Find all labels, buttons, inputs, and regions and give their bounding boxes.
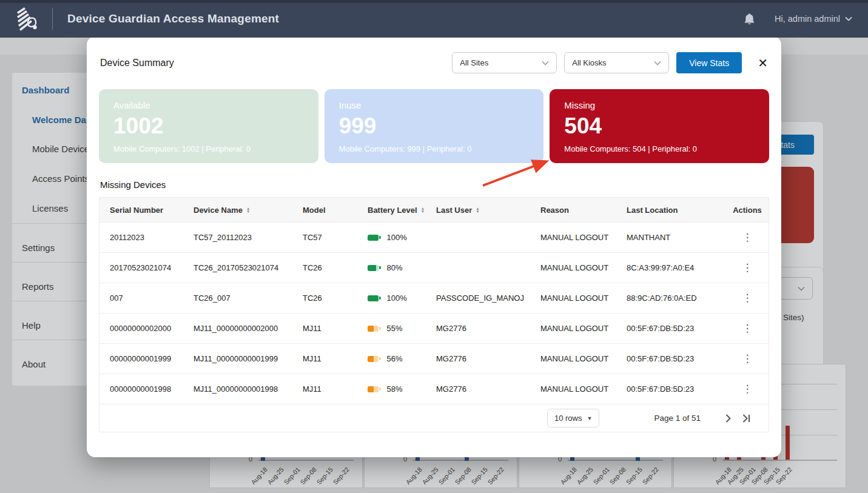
kebab-menu-icon[interactable]: ⋮ — [742, 383, 753, 395]
battery-icon — [368, 386, 381, 392]
summary-card-inuse[interactable]: Inuse999Mobile Computers: 999 | Peripher… — [325, 89, 544, 163]
battery-percent: 58% — [387, 384, 403, 394]
reason-cell: MANUAL LOGOUT — [540, 233, 627, 242]
kebab-menu-icon[interactable]: ⋮ — [742, 261, 753, 274]
column-label: Model — [303, 206, 326, 215]
actions-cell: ⋮ — [726, 231, 769, 244]
column-label: Last Location — [627, 206, 678, 215]
device-summary-modal: Device Summary All Sites All Kiosks View… — [87, 36, 781, 457]
kebab-menu-icon[interactable]: ⋮ — [742, 292, 753, 304]
column-header-model: Model — [303, 206, 368, 215]
kebab-menu-icon[interactable]: ⋮ — [742, 352, 753, 365]
column-label: Battery Level — [368, 206, 417, 215]
card-label: Inuse — [339, 100, 530, 110]
battery-percent: 80% — [387, 263, 403, 272]
battery-percent: 56% — [387, 354, 403, 363]
missing-devices-table: Serial NumberDevice Name▲▼ModelBattery L… — [99, 197, 769, 432]
model-cell: TC26 — [303, 263, 368, 272]
view-stats-button[interactable]: View Stats — [676, 52, 742, 73]
last-location-cell: 00:5F:67:DB:5D:23 — [627, 324, 726, 333]
device-name-cell: MJ11_00000000001998 — [193, 384, 303, 394]
modal-title: Device Summary — [100, 58, 174, 69]
missing-devices-title: Missing Devices — [100, 179, 768, 190]
battery-body — [368, 235, 378, 241]
last-location-cell: 00:5F:67:DB:5D:23 — [627, 384, 726, 394]
zebra-logo-icon — [16, 6, 38, 32]
battery-percent: 55% — [387, 324, 403, 333]
actions-cell: ⋮ — [726, 352, 769, 365]
app-title: Device Guardian Access Management — [67, 12, 279, 25]
last-location-cell: MANTHANT — [627, 233, 726, 242]
battery-icon — [368, 356, 381, 362]
battery-nub — [379, 266, 381, 269]
serial-cell: 20112023 — [110, 233, 193, 242]
serial-cell: 007 — [110, 293, 193, 303]
column-label: Serial Number — [110, 206, 163, 215]
table-footer: 10 rows ▼ Page 1 of 51 — [99, 404, 769, 432]
column-label: Last User — [436, 206, 472, 215]
table-row: 00000000002000MJ11_00000000002000MJ1155%… — [99, 313, 769, 343]
last-location-cell: 88:9C:AD:76:0A:ED — [627, 293, 726, 303]
notifications-bell-icon[interactable] — [744, 13, 755, 25]
battery-cell: 58% — [368, 384, 436, 394]
battery-body — [368, 326, 378, 332]
kiosks-select[interactable]: All Kiosks — [564, 52, 669, 73]
sort-icon[interactable]: ▲▼ — [246, 207, 250, 213]
battery-body — [368, 265, 378, 271]
battery-cell: 80% — [368, 263, 436, 272]
sort-icon[interactable]: ▲▼ — [476, 207, 479, 213]
column-header-battery-level[interactable]: Battery Level▲▼ — [368, 206, 436, 215]
model-cell: MJ11 — [303, 354, 368, 363]
battery-body — [368, 295, 378, 301]
table-row: 00000000001998MJ11_00000000001998MJ1158%… — [99, 374, 769, 404]
kebab-menu-icon[interactable]: ⋮ — [742, 231, 753, 244]
close-icon[interactable]: ✕ — [758, 57, 768, 69]
last-location-cell: 00:5F:67:DB:5D:23 — [627, 354, 726, 363]
last-page-button[interactable] — [739, 412, 753, 425]
column-header-device-name[interactable]: Device Name▲▼ — [193, 206, 303, 215]
next-page-button[interactable] — [721, 412, 735, 425]
sites-select-value: All Sites — [460, 58, 488, 67]
battery-body — [368, 356, 378, 362]
battery-cell: 56% — [368, 354, 436, 363]
actions-cell: ⋮ — [726, 383, 769, 395]
summary-card-missing[interactable]: Missing504Mobile Computers: 504 | Periph… — [550, 89, 769, 163]
rows-per-page-select[interactable]: 10 rows ▼ — [547, 409, 599, 428]
device-name-cell: TC57_20112023 — [193, 233, 303, 242]
last-user-cell: PASSCODE_IG_MANOJ — [436, 293, 540, 303]
model-cell: MJ11 — [303, 384, 368, 394]
card-count: 999 — [339, 113, 530, 139]
reason-cell: MANUAL LOGOUT — [540, 354, 627, 363]
battery-nub — [379, 327, 381, 330]
model-cell: TC26 — [303, 293, 368, 303]
serial-cell: 20170523021074 — [110, 263, 193, 272]
column-header-actions: Actions — [726, 206, 769, 215]
battery-cell: 100% — [368, 293, 436, 303]
battery-body — [368, 386, 378, 392]
last-user-cell: MG2776 — [436, 324, 540, 333]
column-label: Actions — [733, 206, 762, 215]
last-user-cell: MG2776 — [436, 384, 540, 394]
battery-icon — [368, 235, 381, 241]
card-detail: Mobile Computers: 999 | Peripheral: 0 — [339, 144, 530, 153]
user-menu[interactable]: Hi, admin adminl — [775, 14, 852, 24]
reason-cell: MANUAL LOGOUT — [540, 384, 627, 394]
page-info: Page 1 of 51 — [654, 414, 701, 423]
summary-card-available[interactable]: Available1002Mobile Computers: 1002 | Pe… — [99, 89, 318, 163]
kiosks-select-value: All Kiosks — [572, 58, 606, 67]
battery-fill — [368, 265, 376, 271]
sort-icon[interactable]: ▲▼ — [421, 207, 425, 213]
table-row: 20112023TC57_20112023TC57100%MANUAL LOGO… — [99, 222, 769, 252]
user-greeting: Hi, admin adminl — [775, 14, 840, 24]
column-label: Reason — [540, 206, 569, 215]
device-name-cell: MJ11_00000000001999 — [193, 354, 303, 363]
sites-select[interactable]: All Sites — [452, 52, 557, 73]
column-header-last-user[interactable]: Last User▲▼ — [436, 206, 540, 215]
last-user-cell: MG2776 — [436, 354, 540, 363]
battery-cell: 55% — [368, 324, 436, 333]
column-header-reason: Reason — [540, 206, 627, 215]
kebab-menu-icon[interactable]: ⋮ — [742, 322, 753, 335]
column-label: Device Name — [193, 206, 243, 215]
battery-fill — [368, 235, 378, 241]
device-name-cell: TC26_007 — [193, 293, 303, 303]
